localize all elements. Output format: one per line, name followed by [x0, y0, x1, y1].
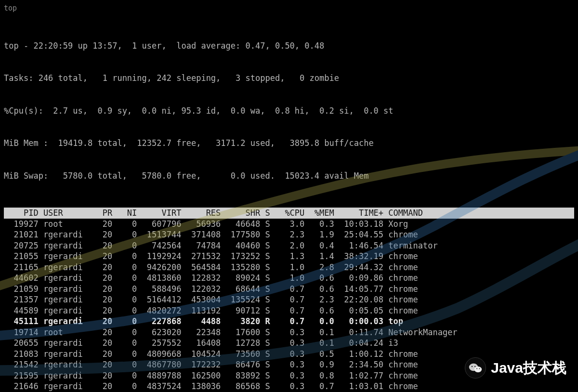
process-row[interactable]: 21646 rgerardi 20 0 4837524 138036 86568… — [4, 381, 574, 392]
summary-tasks: Tasks: 246 total, 1 running, 242 sleepin… — [4, 73, 574, 84]
summary-mem: MiB Mem : 19419.8 total, 12352.7 free, 3… — [4, 138, 574, 149]
svg-point-2 — [472, 366, 473, 367]
summary-swap: MiB Swap: 5780.0 total, 5780.0 free, 0.0… — [4, 170, 574, 182]
svg-point-3 — [474, 366, 475, 367]
summary-cpu: %Cpu(s): 2.7 us, 0.9 sy, 0.0 ni, 95.3 id… — [4, 105, 574, 117]
process-row[interactable]: 21055 rgerardi 20 0 1192924 271532 17325… — [4, 251, 574, 262]
process-row[interactable]: 19927 root 20 0 607796 56936 46648 S 3.0… — [4, 219, 574, 230]
svg-point-1 — [474, 366, 482, 372]
window-title: top — [4, 3, 574, 14]
process-row[interactable]: 21021 rgerardi 20 0 1513744 371408 17758… — [4, 229, 574, 240]
watermark: Java技术栈 — [465, 357, 566, 379]
process-row[interactable]: 21357 rgerardi 20 0 5164412 453004 13552… — [4, 294, 574, 305]
process-table-header: PID USER PR NI VIRT RES SHR S %CPU %MEM … — [4, 208, 574, 219]
process-row[interactable]: 45111 rgerardi 20 0 227868 4488 3820 R 0… — [4, 316, 574, 327]
process-row[interactable]: 20725 rgerardi 20 0 742564 74784 40460 S… — [4, 240, 574, 251]
wechat-icon — [465, 357, 486, 379]
watermark-text: Java技术栈 — [491, 363, 566, 374]
process-row[interactable]: 44589 rgerardi 20 0 4820272 113192 90712… — [4, 305, 574, 316]
svg-point-4 — [476, 368, 477, 369]
summary-uptime: top - 22:20:59 up 13:57, 1 user, load av… — [4, 40, 574, 52]
svg-point-5 — [479, 368, 480, 369]
process-row[interactable]: 20655 rgerardi 20 0 257552 16408 12728 S… — [4, 338, 574, 349]
terminal-window[interactable]: top top - 22:20:59 up 13:57, 1 user, loa… — [0, 0, 578, 392]
process-row[interactable]: 21059 rgerardi 20 0 588496 122032 68644 … — [4, 284, 574, 295]
process-row[interactable]: 21165 rgerardi 20 0 9426200 564584 13528… — [4, 262, 574, 273]
top-summary: top - 22:20:59 up 13:57, 1 user, load av… — [4, 19, 574, 203]
process-row[interactable]: 44602 rgerardi 20 0 4813860 122832 89024… — [4, 273, 574, 284]
process-row[interactable]: 19714 root 20 0 623020 22348 17600 S 0.3… — [4, 327, 574, 338]
